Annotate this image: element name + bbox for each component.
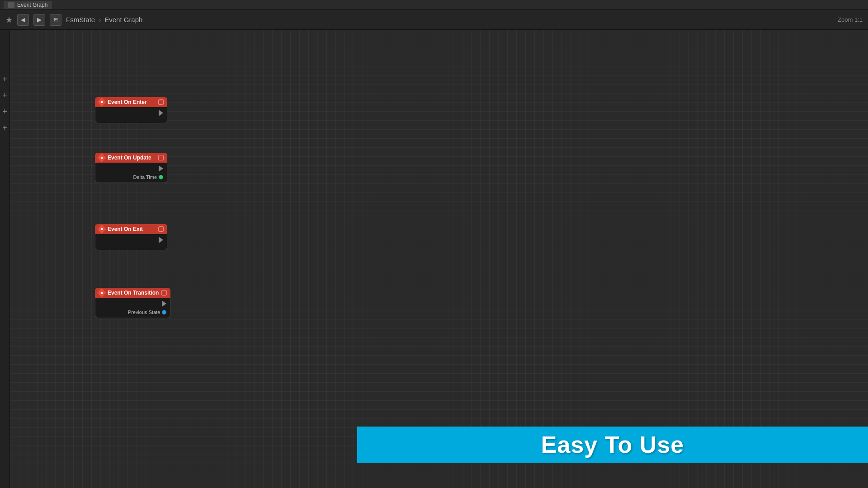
previous-state-pin: Previous State [128,310,167,315]
node-event-on-enter[interactable]: Event On Enter [95,97,167,123]
node-title-event-on-enter: Event On Enter [108,99,156,105]
event-diamond-icon [97,225,106,234]
node-event-on-transition[interactable]: Event On Transition Previous State [95,288,170,318]
breadcrumb-separator: › [99,16,101,23]
zoom-label: Zoom 1:1 [838,16,863,23]
sidebar-btn-1[interactable]: + [2,75,7,83]
event-graph-tab[interactable]: Event Graph [4,1,52,9]
node-close-btn-event-on-exit[interactable] [158,226,164,232]
sidebar-btn-4[interactable]: + [2,124,7,132]
exec-out-pin-event-on-transition [162,300,166,307]
node-close-btn-event-on-enter[interactable] [158,99,164,105]
node-body-event-on-enter [95,107,167,123]
forward-button[interactable]: ▶ [33,14,45,26]
node-title-event-on-exit: Event On Exit [108,226,156,232]
node-header-event-on-update: Event On Update [95,153,167,163]
node-body-event-on-exit [95,234,167,250]
left-sidebar: + + + + [0,30,10,488]
easy-to-use-text: Easy To Use [541,431,684,458]
favorite-star-icon[interactable]: ★ [5,15,13,25]
exec-triangle-icon [162,300,166,307]
breadcrumb-event-graph[interactable]: Event Graph [104,16,142,23]
node-event-on-exit[interactable]: Event On Exit [95,224,167,250]
breadcrumb: FsmState › Event Graph [66,16,142,23]
node-body-event-on-transition: Previous State [95,298,170,318]
exec-out-pin-event-on-enter [159,110,163,116]
canvas-area[interactable]: Event On Enter Event On Update Delta Tim… [10,30,868,488]
tab-icon [8,2,14,8]
previous-state-label: Previous State [128,310,160,315]
node-header-event-on-transition: Event On Transition [95,288,170,298]
top-bar: Event Graph [0,0,868,10]
node-header-event-on-exit: Event On Exit [95,224,167,234]
tab-label: Event Graph [17,2,47,8]
easy-to-use-banner: Easy To Use [357,427,868,463]
delta-time-pin-dot[interactable] [159,175,163,179]
breadcrumb-bar: ★ ◀ ▶ ⊞ FsmState › Event Graph Zoom 1:1 [0,10,868,30]
node-close-btn-event-on-update[interactable] [158,155,164,160]
sidebar-btn-2[interactable]: + [2,91,7,99]
breadcrumb-fsm-state[interactable]: FsmState [66,16,95,23]
grid-view-button[interactable]: ⊞ [50,14,61,26]
exec-triangle-icon [159,165,163,172]
exec-triangle-icon [159,237,163,243]
exec-out-pin-event-on-exit [159,237,163,243]
delta-time-label: Delta Time [133,174,157,180]
node-title-event-on-update: Event On Update [108,155,156,161]
node-close-btn-event-on-transition[interactable] [161,290,167,296]
back-button[interactable]: ◀ [17,14,29,26]
sidebar-btn-3[interactable]: + [2,108,7,116]
node-event-on-update[interactable]: Event On Update Delta Time [95,153,167,183]
node-title-event-on-transition: Event On Transition [108,290,159,296]
previous-state-pin-dot[interactable] [162,310,166,314]
event-diamond-icon [97,98,106,107]
delta-time-pin: Delta Time [133,174,163,180]
exec-triangle-icon [159,110,163,116]
event-diamond-icon [97,288,106,297]
node-header-event-on-enter: Event On Enter [95,97,167,107]
exec-out-pin-event-on-update [159,165,163,172]
node-body-event-on-update: Delta Time [95,163,167,183]
event-diamond-icon [97,153,106,162]
